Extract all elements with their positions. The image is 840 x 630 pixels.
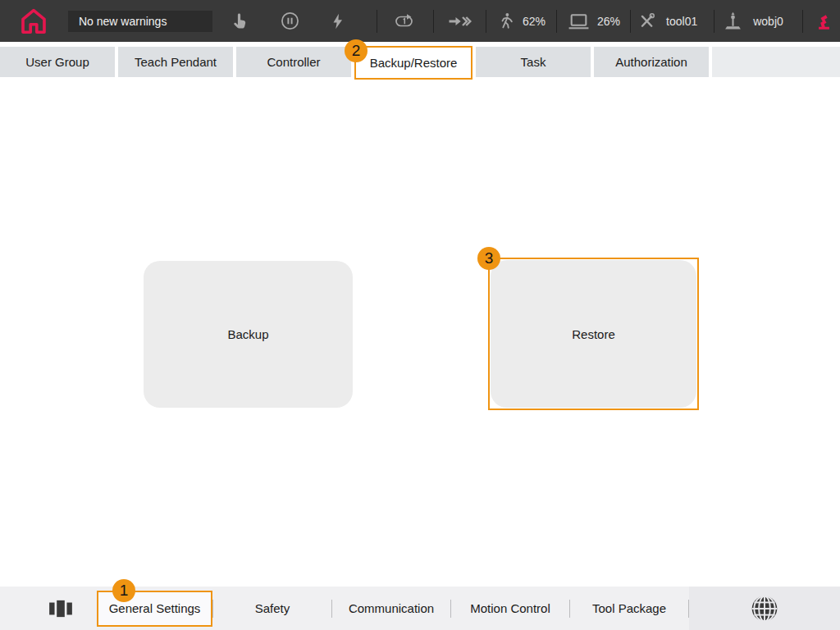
tab-label: Controller <box>267 55 320 69</box>
robot-status-button[interactable] <box>813 10 835 32</box>
laptop-icon <box>568 11 590 31</box>
tab-bar-filler <box>712 47 840 77</box>
step-badge-2: 2 <box>345 39 368 62</box>
speed-percent: 62% <box>523 15 546 28</box>
tab-backup-restore[interactable]: Backup/Restore <box>354 46 472 80</box>
hand-guide-button[interactable] <box>231 11 251 31</box>
tab-label: Backup/Restore <box>370 56 458 70</box>
divider <box>714 10 714 33</box>
nav-tool-package[interactable]: Tool Package <box>570 587 688 630</box>
nav-label: Communication <box>349 601 434 615</box>
carousel-bars-icon <box>48 598 74 619</box>
power-button[interactable] <box>329 12 347 30</box>
lightning-bolt-icon <box>329 12 347 30</box>
top-status-bar: No new warnings <box>0 0 840 42</box>
nav-label: Safety <box>255 601 290 615</box>
divider <box>433 10 434 33</box>
crossed-tools-icon <box>637 11 656 30</box>
nav-label: Tool Package <box>592 601 666 615</box>
tab-label: Task <box>521 55 546 69</box>
system-load-indicator[interactable]: 26% <box>568 11 620 31</box>
tab-teach-pendant[interactable]: Teach Pendant <box>118 47 233 77</box>
nav-communication[interactable]: Communication <box>332 587 450 630</box>
robot-arm-icon <box>813 10 835 32</box>
nav-motion-control[interactable]: Motion Control <box>451 587 569 630</box>
home-icon <box>18 6 49 37</box>
divider <box>486 10 486 33</box>
tab-task[interactable]: Task <box>476 47 591 77</box>
pause-button[interactable] <box>280 11 300 31</box>
pause-circle-icon <box>280 11 300 31</box>
settings-tab-bar: User Group Teach Pendant Controller Back… <box>0 47 840 77</box>
nav-safety[interactable]: Safety <box>213 587 331 630</box>
apps-carousel-button[interactable] <box>48 598 74 619</box>
wobj-selector[interactable]: wobj0 <box>723 11 783 31</box>
warning-message-box[interactable]: No new warnings <box>68 11 212 32</box>
nav-label: Motion Control <box>470 601 550 615</box>
running-person-icon <box>497 11 515 31</box>
backup-button-label: Backup <box>227 327 268 341</box>
nav-label: General Settings <box>109 601 201 615</box>
tap-hand-icon <box>231 11 251 31</box>
globe-icon <box>749 593 780 624</box>
divider <box>802 10 803 33</box>
step-badge-1: 1 <box>112 579 135 602</box>
language-button[interactable] <box>689 587 840 630</box>
home-button[interactable] <box>17 5 50 38</box>
screen: No new warnings <box>0 0 840 630</box>
warning-text: No new warnings <box>79 15 167 28</box>
payload-percent: 26% <box>597 15 620 28</box>
tab-label: Teach Pendant <box>135 55 217 69</box>
divider <box>556 10 557 33</box>
tab-authorization[interactable]: Authorization <box>594 47 709 77</box>
tab-user-group[interactable]: User Group <box>0 47 115 77</box>
restore-button[interactable]: Restore <box>491 260 696 408</box>
tab-controller[interactable]: Controller <box>236 47 351 77</box>
wobj-label: wobj0 <box>753 15 783 28</box>
tab-label: Authorization <box>615 55 687 69</box>
loop-once-icon <box>393 11 415 31</box>
bottom-nav: General Settings Safety Communication Mo… <box>97 587 689 630</box>
speed-indicator[interactable]: 62% <box>497 11 546 31</box>
step-forward-button[interactable] <box>447 11 472 31</box>
backup-button[interactable]: Backup <box>144 261 353 408</box>
tab-label: User Group <box>25 55 89 69</box>
restore-button-label: Restore <box>572 327 615 341</box>
tool-selector[interactable]: tool01 <box>637 11 697 30</box>
divider <box>377 10 377 33</box>
tool-label: tool01 <box>666 15 697 28</box>
step-forward-icon <box>447 11 472 31</box>
restore-highlight-box: Restore <box>488 258 699 410</box>
joystick-icon <box>723 11 743 31</box>
step-badge-3: 3 <box>477 247 500 270</box>
loop-once-button[interactable] <box>393 11 415 31</box>
divider <box>630 10 631 33</box>
